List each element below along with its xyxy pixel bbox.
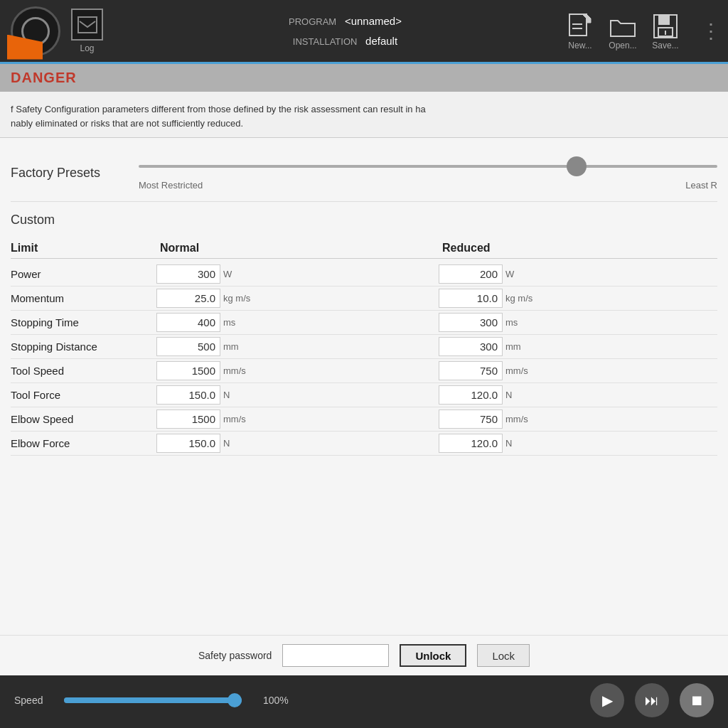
open-label: Open... xyxy=(609,41,636,50)
open-icon xyxy=(609,12,637,41)
more-button[interactable]: ⋮ xyxy=(701,19,721,43)
row-label-6: Elbow Speed xyxy=(11,413,153,425)
normal-unit-5: N xyxy=(223,390,252,400)
normal-unit-7: N xyxy=(223,438,252,449)
table-row: Stopping Distance mm mm xyxy=(11,335,717,359)
limits-table: Limit Normal Reduced Power W W Momentum … xyxy=(11,238,717,456)
new-icon xyxy=(566,12,594,41)
lock-button[interactable]: Lock xyxy=(477,644,530,667)
table-row: Tool Speed mm/s mm/s xyxy=(11,359,717,383)
cell-reduced-1: kg m/s xyxy=(435,289,717,308)
speed-slider[interactable] xyxy=(64,697,242,703)
control-buttons: ▶ ⏭ ⏹ xyxy=(590,683,714,717)
topbar: Log PROGRAM <unnamed> INSTALLATION defau… xyxy=(0,0,728,64)
reduced-input-1[interactable] xyxy=(439,289,503,308)
reduced-unit-4: mm/s xyxy=(505,365,534,376)
table-row: Elbow Speed mm/s mm/s xyxy=(11,407,717,432)
logo xyxy=(7,3,64,60)
danger-title: DANGER xyxy=(11,70,77,86)
cell-reduced-5: N xyxy=(435,385,717,405)
slider-line xyxy=(139,165,717,168)
stop-button[interactable]: ⏹ xyxy=(680,683,714,717)
reduced-unit-5: N xyxy=(505,390,534,400)
installation-name: default xyxy=(365,35,397,47)
cell-reduced-0: W xyxy=(435,264,717,284)
password-label: Safety password xyxy=(198,650,272,661)
normal-input-0[interactable] xyxy=(156,264,220,284)
play-button[interactable]: ▶ xyxy=(590,683,624,717)
new-button[interactable]: New... xyxy=(566,12,594,50)
reduced-input-4[interactable] xyxy=(439,361,503,380)
row-label-2: Stopping Time xyxy=(11,316,153,328)
reduced-input-6[interactable] xyxy=(439,410,503,429)
normal-input-5[interactable] xyxy=(156,385,220,405)
row-label-1: Momentum xyxy=(11,292,153,304)
skip-button[interactable]: ⏭ xyxy=(635,683,669,717)
row-label-7: Elbow Force xyxy=(11,437,153,449)
reduced-unit-0: W xyxy=(505,269,534,279)
save-button[interactable]: Save... xyxy=(651,12,680,50)
slider-thumb[interactable] xyxy=(567,156,587,176)
program-label: PROGRAM xyxy=(289,16,336,27)
reduced-input-0[interactable] xyxy=(439,264,503,284)
log-button[interactable]: Log xyxy=(71,9,103,53)
row-label-3: Stopping Distance xyxy=(11,341,153,353)
reduced-unit-1: kg m/s xyxy=(505,293,534,304)
reduced-input-5[interactable] xyxy=(439,385,503,405)
cell-reduced-7: N xyxy=(435,434,717,453)
password-section: Safety password Unlock Lock xyxy=(0,635,728,675)
password-input[interactable] xyxy=(282,644,389,667)
cell-normal-2: ms xyxy=(153,313,435,332)
open-button[interactable]: Open... xyxy=(609,12,637,50)
slider-left-label: Most Restricted xyxy=(139,180,203,191)
unlock-button[interactable]: Unlock xyxy=(400,644,466,667)
cell-normal-0: W xyxy=(153,264,435,284)
cell-reduced-3: mm xyxy=(435,337,717,356)
normal-input-6[interactable] xyxy=(156,410,220,429)
cell-normal-7: N xyxy=(153,434,435,453)
reduced-input-3[interactable] xyxy=(439,337,503,356)
table-row: Momentum kg m/s kg m/s xyxy=(11,287,717,311)
normal-unit-4: mm/s xyxy=(223,365,252,376)
table-row: Power W W xyxy=(11,262,717,287)
reduced-unit-6: mm/s xyxy=(505,414,534,424)
program-info: PROGRAM <unnamed> INSTALLATION default xyxy=(124,11,566,50)
cell-normal-3: mm xyxy=(153,337,435,356)
factory-presets-slider-container: Most Restricted Least R xyxy=(139,156,717,191)
col-reduced: Reduced xyxy=(435,242,717,255)
normal-input-7[interactable] xyxy=(156,434,220,453)
save-label: Save... xyxy=(652,41,678,50)
slider-right-label: Least R xyxy=(685,180,717,191)
custom-label: Custom xyxy=(11,213,717,228)
cell-reduced-4: mm/s xyxy=(435,361,717,380)
normal-input-3[interactable] xyxy=(156,337,220,356)
speed-thumb[interactable] xyxy=(228,693,242,707)
normal-unit-6: mm/s xyxy=(223,414,252,424)
normal-input-4[interactable] xyxy=(156,361,220,380)
log-icon xyxy=(71,9,103,41)
table-row: Stopping Time ms ms xyxy=(11,311,717,335)
table-header: Limit Normal Reduced xyxy=(11,238,717,259)
normal-unit-2: ms xyxy=(223,317,252,328)
cell-reduced-6: mm/s xyxy=(435,410,717,429)
col-limit: Limit xyxy=(11,242,153,255)
slider-labels: Most Restricted Least R xyxy=(139,180,717,191)
control-bar: Speed 100% ▶ ⏭ ⏹ xyxy=(0,675,728,725)
reduced-unit-2: ms xyxy=(505,317,534,328)
normal-unit-3: mm xyxy=(223,341,252,352)
cell-normal-6: mm/s xyxy=(153,410,435,429)
row-label-5: Tool Force xyxy=(11,389,153,401)
save-icon xyxy=(651,12,680,41)
reduced-unit-3: mm xyxy=(505,341,534,352)
slider-track[interactable] xyxy=(139,156,717,177)
installation-label: INSTALLATION xyxy=(293,36,358,47)
speed-slider-fill xyxy=(64,697,242,703)
table-rows: Power W W Momentum kg m/s kg m/s Stoppin… xyxy=(11,262,717,456)
normal-input-1[interactable] xyxy=(156,289,220,308)
col-normal: Normal xyxy=(153,242,435,255)
warning-line1: f Safety Configuration parameters differ… xyxy=(11,102,717,117)
reduced-input-7[interactable] xyxy=(439,434,503,453)
topbar-actions: New... Open... Save... ⋮ xyxy=(566,12,721,50)
normal-input-2[interactable] xyxy=(156,313,220,332)
reduced-input-2[interactable] xyxy=(439,313,503,332)
